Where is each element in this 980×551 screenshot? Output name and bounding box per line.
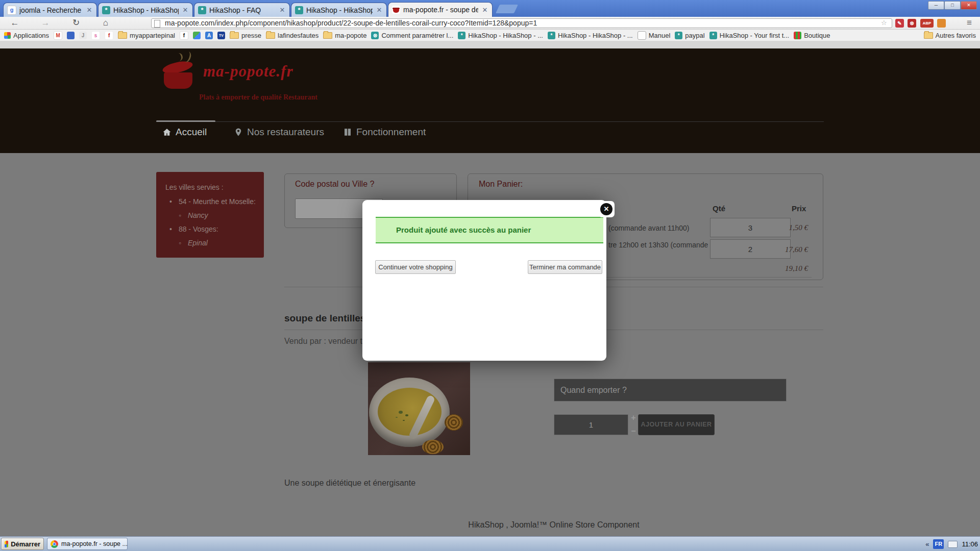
cinnamon-roll	[445, 414, 463, 431]
tab-title: joomla - Recherche Google	[19, 6, 83, 14]
url-address-bar[interactable]: ma-popote.com/index.php/component/hikash…	[151, 18, 892, 28]
tab-close-icon[interactable]: ✕	[279, 6, 286, 14]
nav-item-fonctionnement[interactable]: Fonctionnement	[343, 127, 426, 138]
gmail-icon[interactable]: M	[54, 31, 62, 40]
folder-icon	[118, 32, 127, 39]
cart-row-price: 17,60 €	[767, 245, 808, 254]
system-tray: « FR 11:06	[925, 537, 978, 551]
browser-tab-hikashop-faq[interactable]: * HikaShop - FAQ ✕	[194, 3, 290, 17]
map-marker-icon	[234, 128, 243, 137]
list-item: • 54 - Meurthe et Moselle:	[169, 197, 260, 206]
bookmark-paypal[interactable]: * paypal	[675, 32, 704, 39]
tab-close-icon[interactable]: ✕	[376, 6, 383, 14]
bullet-icon: •	[169, 225, 177, 233]
nav-item-restaurateurs[interactable]: Nos restaurateurs	[234, 127, 324, 138]
chrome-menu-icon[interactable]: ≡	[962, 17, 977, 30]
apps-shortcut[interactable]: Applications	[4, 32, 49, 39]
tab-title: HikaShop - HikaShop - New T	[306, 6, 373, 14]
site-logo-pot-icon[interactable]	[162, 56, 195, 89]
windows-taskbar: Démarrer ma-popote.fr - soupe ... « FR 1…	[0, 536, 980, 551]
active-nav-indicator	[156, 120, 215, 122]
other-bookmarks-button[interactable]: Autres favoris	[924, 30, 976, 41]
black-f-icon[interactable]: f	[180, 31, 188, 40]
cinnamon-roll	[422, 440, 444, 454]
taskbar-item-browser[interactable]: ma-popote.fr - soupe ...	[47, 538, 128, 550]
browser-tab-hikashop-new[interactable]: * HikaShop - HikaShop - New T ✕	[291, 3, 387, 17]
tab-close-icon[interactable]: ✕	[481, 6, 488, 14]
product-quantity-input[interactable]	[554, 414, 628, 435]
bookmark-folder-lafindesfautes[interactable]: lafindesfautes	[266, 32, 318, 39]
bookmark-hikashop-first[interactable]: * HikaShop - Your first t...	[709, 32, 790, 39]
folder-icon	[323, 32, 332, 39]
window-minimize-button[interactable]: ─	[928, 1, 944, 10]
start-button[interactable]: Démarrer	[1, 538, 44, 550]
blue-app-icon[interactable]	[67, 32, 75, 39]
home-icon[interactable]: ⌂	[98, 17, 113, 30]
tab-close-icon[interactable]: ✕	[182, 6, 189, 14]
modal-close-button[interactable]: ✕	[598, 201, 615, 217]
circle-bullet-icon: ◦	[179, 239, 186, 247]
bookmark-star-icon[interactable]: ☆	[881, 19, 887, 27]
browser-tab-hikashop-sujet[interactable]: * HikaShop - HikaShop - Sujet: ✕	[98, 3, 193, 17]
extension-icon[interactable]: ✎	[895, 19, 904, 28]
bookmark-hikashop-1[interactable]: * HikaShop - HikaShop - ...	[458, 32, 543, 39]
bookmark-folder-ma-popote[interactable]: ma-popote	[323, 32, 366, 39]
blocker-extension-icon[interactable]: ⊗	[908, 19, 916, 28]
site-title[interactable]: ma-popote.fr	[203, 62, 293, 81]
reload-icon[interactable]: ↻	[68, 17, 84, 30]
gray-app-icon[interactable]: J	[79, 32, 87, 39]
folder-icon	[230, 32, 239, 39]
pickup-time-input[interactable]	[554, 379, 787, 402]
browser-tab-google[interactable]: g joomla - Recherche Google ✕	[3, 3, 97, 17]
bookmark-hikashop-2[interactable]: * HikaShop - HikaShop - ...	[548, 32, 633, 39]
garnish	[399, 411, 403, 414]
finish-order-button[interactable]: Terminer ma commande	[528, 260, 602, 274]
add-to-cart-modal: Produit ajouté avec succès au panier Con…	[362, 200, 606, 361]
google-favicon: g	[7, 6, 16, 15]
home-icon	[162, 128, 172, 137]
quantity-minus-button[interactable]: −	[630, 428, 637, 435]
keyboard-icon[interactable]	[948, 541, 958, 548]
pink-app-icon[interactable]: s	[91, 31, 100, 40]
bookmark-boutique[interactable]: Boutique	[794, 32, 830, 39]
apps-grid-icon	[4, 32, 11, 39]
screenshot-root: g joomla - Recherche Google ✕ * HikaShop…	[0, 0, 980, 551]
abp-extension-icon[interactable]: ABP	[920, 19, 934, 28]
new-tab-button[interactable]	[496, 5, 518, 13]
tab-close-icon[interactable]: ✕	[86, 6, 93, 14]
maps-icon[interactable]	[193, 32, 201, 39]
bookmark-folder-myappartepinal[interactable]: myappartepinal	[118, 32, 175, 39]
bookmark-comment-parametrer[interactable]: ⊗ Comment paramétrer l...	[371, 32, 453, 39]
language-indicator[interactable]: FR	[933, 539, 944, 549]
window-close-button[interactable]: ✕	[961, 1, 977, 10]
tray-expand-icon[interactable]: «	[925, 540, 929, 548]
hikashop-icon: *	[709, 32, 717, 39]
hikashop-icon: *	[675, 32, 682, 39]
translate-icon[interactable]: A	[205, 32, 213, 39]
hikashop-favicon: *	[198, 6, 206, 14]
ma-popote-favicon	[392, 6, 400, 14]
list-item: ◦ Epinal	[179, 239, 260, 247]
bookmarks-bar: Applications M J s f myappartepinal f A …	[0, 30, 980, 41]
tv-icon[interactable]: TV	[217, 32, 225, 39]
cart-price-header: Prix	[792, 204, 806, 213]
continue-shopping-button[interactable]: Continuer votre shopping	[375, 260, 456, 274]
circle-bullet-icon: ◦	[179, 211, 186, 219]
back-icon[interactable]: ←	[7, 17, 22, 30]
list-item: • 88 - Vosges:	[169, 225, 260, 233]
nav-item-accueil[interactable]: Accueil	[162, 127, 207, 138]
folder-icon	[924, 32, 933, 39]
extension-icon-orange[interactable]	[937, 19, 946, 28]
product-description: Une soupe diététique et énergisante	[284, 479, 415, 488]
close-icon: ✕	[600, 203, 612, 215]
quantity-plus-button[interactable]: +	[630, 414, 637, 421]
forward-icon[interactable]: →	[38, 17, 53, 30]
browser-tab-active-mapopote[interactable]: ma-popote.fr - soupe de lent ✕	[388, 2, 493, 17]
window-maximize-button[interactable]: □	[944, 1, 961, 10]
site-header: ma-popote.fr Plats à emporter de qualité…	[0, 48, 980, 153]
red-f-icon[interactable]: f	[105, 31, 113, 40]
taskbar-clock[interactable]: 11:06	[962, 540, 978, 548]
bookmark-manuel[interactable]: Manuel	[638, 31, 671, 40]
add-to-cart-button[interactable]: AJOUTER AU PANIER	[638, 414, 715, 435]
bookmark-folder-presse[interactable]: presse	[230, 32, 261, 39]
